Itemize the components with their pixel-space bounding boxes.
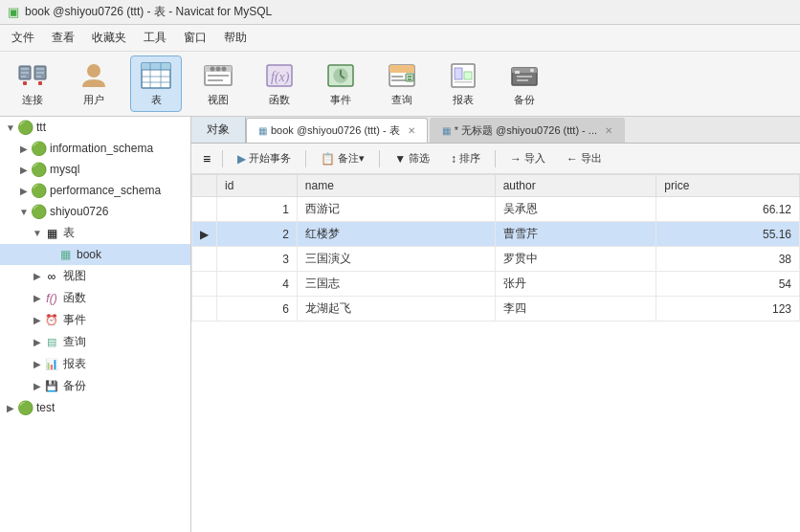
row-cell-id[interactable]: 3 [217, 247, 298, 272]
toolbar-connect[interactable]: 连接 [8, 56, 57, 111]
row-cell-name[interactable]: 龙湖起飞 [297, 297, 495, 321]
begin-transaction-btn[interactable]: ▶ 开始事务 [229, 147, 300, 169]
col-header-price[interactable]: price [656, 175, 800, 197]
table-row[interactable]: 3三国演义罗贯中38 [192, 247, 800, 272]
menu-view[interactable]: 查看 [44, 27, 82, 49]
table-row[interactable]: 6龙湖起飞李四123 [192, 297, 800, 321]
toolbar-backup[interactable]: 备份 [500, 56, 549, 111]
toggle-ttt[interactable]: ▼ [4, 122, 17, 133]
sidebar-item-mysql[interactable]: ▶ 🟢 mysql [0, 159, 190, 180]
tab-objects-label: 对象 [207, 122, 230, 136]
toggle-performance-schema[interactable]: ▶ [17, 186, 31, 196]
sep1 [222, 150, 223, 167]
col-header-id[interactable]: id [217, 175, 298, 197]
toolbar-event[interactable]: 事件 [316, 56, 366, 111]
sidebar-item-events[interactable]: ▶ ⏰ 事件 [0, 309, 190, 331]
filter-btn[interactable]: ▼ 筛选 [386, 147, 438, 169]
db-icon-information-schema: 🟢 [31, 141, 46, 156]
svg-point-21 [216, 67, 221, 72]
toggle-functions[interactable]: ▶ [31, 293, 44, 303]
import-btn[interactable]: → 导入 [501, 147, 554, 169]
sidebar-item-test[interactable]: ▶ 🟢 test [0, 397, 190, 418]
row-cell-name[interactable]: 三国志 [297, 272, 495, 297]
sidebar-item-tables-group[interactable]: ▼ ▦ 表 [0, 222, 190, 244]
tab2-close-icon[interactable]: ✕ [605, 125, 612, 136]
sidebar-item-queries[interactable]: ▶ ▤ 查询 [0, 331, 190, 353]
toggle-tables[interactable]: ▼ [31, 228, 44, 238]
toolbar-table[interactable]: 表 [130, 55, 182, 112]
row-cell-author[interactable]: 张丹 [495, 272, 656, 297]
toggle-views[interactable]: ▶ [31, 271, 44, 281]
svg-rect-32 [389, 65, 414, 73]
tab-book-table[interactable]: ▦ book @shiyou0726 (ttt) - 表 ✕ [246, 118, 428, 143]
toolbar-view[interactable]: 视图 [193, 56, 243, 111]
hamburger-icon[interactable]: ≡ [197, 148, 216, 169]
row-cell-name[interactable]: 红楼梦 [297, 222, 495, 247]
table-icon-book: ▦ [57, 247, 73, 262]
row-cell-author[interactable]: 曹雪芹 [495, 222, 656, 247]
right-panel: 对象 ▦ book @shiyou0726 (ttt) - 表 ✕ ▦ * 无标… [191, 117, 800, 532]
col-header-name[interactable]: name [297, 175, 495, 197]
sidebar-item-book[interactable]: ▶ ▦ book [0, 244, 190, 265]
col-header-author[interactable]: author [495, 175, 656, 197]
sidebar-item-backup[interactable]: ▶ 💾 备份 [0, 375, 190, 397]
title-bar: ▣ book @shiyou0726 (ttt) - 表 - Navicat f… [0, 0, 800, 25]
tab1-close-icon[interactable]: ✕ [408, 125, 415, 136]
toggle-information-schema[interactable]: ▶ [17, 144, 31, 154]
row-cell-price[interactable]: 123 [656, 297, 800, 321]
sidebar-item-views[interactable]: ▶ ∞ 视图 [0, 265, 190, 287]
row-cell-id[interactable]: 4 [217, 272, 298, 297]
toggle-queries[interactable]: ▶ [31, 337, 44, 347]
export-btn[interactable]: ← 导出 [558, 147, 611, 169]
menu-window[interactable]: 窗口 [176, 27, 214, 49]
row-cell-id[interactable]: 6 [217, 297, 298, 321]
comment-btn[interactable]: 📋 备注▾ [312, 147, 373, 169]
menu-tools[interactable]: 工具 [136, 27, 174, 49]
table-icon [139, 60, 173, 91]
row-cell-id[interactable]: 1 [217, 197, 298, 222]
db-icon-performance-schema: 🟢 [31, 183, 46, 198]
toolbar-query[interactable]: 查询 [377, 56, 427, 111]
tab-objects[interactable]: 对象 [191, 117, 246, 143]
toggle-mysql[interactable]: ▶ [17, 165, 31, 175]
row-cell-id[interactable]: 2 [217, 222, 298, 247]
tab-untitled[interactable]: ▦ * 无标题 @shiyou0726 (ttt) - ... ✕ [430, 118, 625, 143]
row-cell-author[interactable]: 吴承恩 [495, 197, 656, 222]
toggle-events[interactable]: ▶ [31, 315, 44, 325]
row-cell-name[interactable]: 西游记 [297, 197, 495, 222]
row-cell-price[interactable]: 66.12 [656, 197, 800, 222]
row-cell-author[interactable]: 罗贯中 [495, 247, 656, 272]
menu-favorites[interactable]: 收藏夹 [84, 27, 134, 49]
svg-rect-2 [21, 72, 29, 74]
toggle-test[interactable]: ▶ [4, 403, 17, 413]
toggle-shiyou0726[interactable]: ▼ [17, 207, 31, 217]
sidebar-item-ttt[interactable]: ▼ 🟢 ttt [0, 117, 190, 138]
toolbar-report[interactable]: 报表 [438, 56, 488, 111]
row-cell-price[interactable]: 55.16 [656, 222, 800, 247]
query-label: 查询 [391, 93, 412, 107]
sidebar-item-performance-schema[interactable]: ▶ 🟢 performance_schema [0, 180, 190, 201]
sidebar-item-functions[interactable]: ▶ f() 函数 [0, 287, 190, 309]
row-cell-price[interactable]: 38 [656, 247, 800, 272]
sidebar-item-reports[interactable]: ▶ 📊 报表 [0, 353, 190, 375]
svg-rect-46 [517, 76, 532, 78]
menu-help[interactable]: 帮助 [216, 27, 255, 49]
table-row[interactable]: 1西游记吴承恩66.12 [192, 197, 800, 222]
svg-rect-40 [464, 72, 472, 79]
toolbar-function[interactable]: f(x) 函数 [255, 56, 304, 111]
table-row[interactable]: ▶2红楼梦曹雪芹55.16 [192, 222, 800, 247]
sidebar-item-information-schema[interactable]: ▶ 🟢 information_schema [0, 138, 190, 159]
sort-btn[interactable]: ↕ 排序 [442, 147, 489, 169]
event-label: 事件 [330, 93, 351, 107]
row-cell-author[interactable]: 李四 [495, 297, 656, 321]
toggle-reports[interactable]: ▶ [31, 359, 44, 369]
sidebar-item-shiyou0726[interactable]: ▼ 🟢 shiyou0726 [0, 201, 190, 222]
table-row[interactable]: 4三国志张丹54 [192, 272, 800, 297]
toolbar-user[interactable]: 用户 [69, 56, 119, 111]
toggle-backup[interactable]: ▶ [31, 381, 44, 391]
svg-point-22 [222, 67, 227, 72]
row-cell-price[interactable]: 54 [656, 272, 800, 297]
menu-file[interactable]: 文件 [4, 27, 42, 49]
row-cell-name[interactable]: 三国演义 [297, 247, 495, 272]
db-icon-mysql: 🟢 [31, 162, 46, 177]
